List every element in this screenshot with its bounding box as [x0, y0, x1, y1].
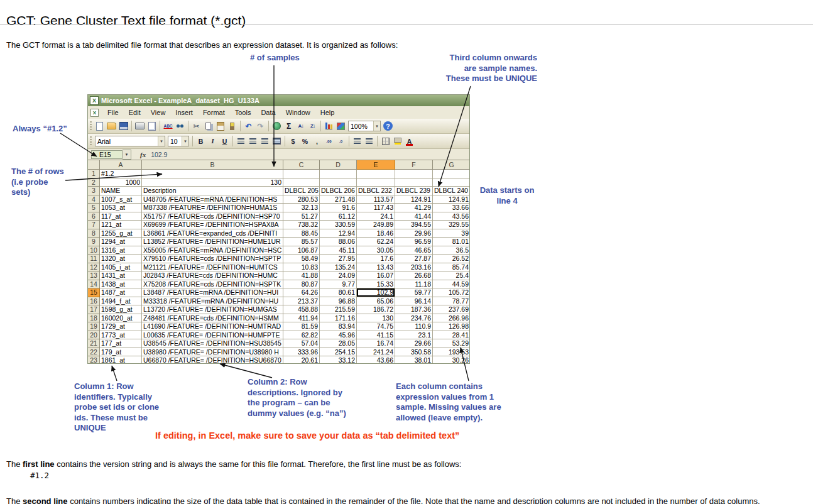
- cell-B4[interactable]: U48705 /FEATURE=mRNA /DEFINITION=HS: [142, 195, 283, 204]
- name-box-dropdown-icon[interactable]: ▼: [123, 150, 131, 160]
- cell-A2[interactable]: 1000: [100, 178, 142, 187]
- column-header-E[interactable]: E: [357, 160, 395, 170]
- cell-B8[interactable]: L36861 /FEATURE=expanded_cds /DEFINITI: [142, 229, 283, 238]
- open-folder-icon[interactable]: [106, 121, 117, 131]
- autosum-icon[interactable]: Σ: [283, 121, 294, 131]
- cell-D16[interactable]: 96.88: [320, 297, 357, 306]
- cell-F2[interactable]: [395, 178, 433, 187]
- cell-C3[interactable]: DLBCL 205: [283, 187, 320, 195]
- cell-G7[interactable]: 329.55: [433, 221, 470, 229]
- toolbar-grip[interactable]: [90, 121, 92, 131]
- cell-E1[interactable]: [357, 170, 395, 178]
- cell-G9[interactable]: 81.01: [433, 238, 470, 246]
- chart-wizard-icon[interactable]: [324, 121, 334, 131]
- cell-B3[interactable]: Description: [142, 187, 283, 195]
- cell-C20[interactable]: 62.82: [283, 331, 320, 340]
- column-header-F[interactable]: F: [395, 160, 433, 170]
- cell-B11[interactable]: X79510 /FEATURE=cds /DEFINITION=HSPTP: [142, 255, 283, 263]
- row-header-11[interactable]: 11: [88, 255, 100, 263]
- column-header-B[interactable]: B: [142, 160, 283, 170]
- cell-B2[interactable]: 130: [142, 178, 283, 187]
- cell-G20[interactable]: 28.41: [433, 331, 470, 340]
- cell-B1[interactable]: [142, 170, 283, 178]
- cell-C1[interactable]: [283, 170, 320, 178]
- cell-F9[interactable]: 96.59: [395, 238, 433, 246]
- row-header-19[interactable]: 19: [88, 322, 100, 331]
- row-header-8[interactable]: 8: [88, 229, 100, 238]
- cell-F21[interactable]: 29.66: [395, 339, 433, 348]
- cell-D12[interactable]: 135.24: [320, 263, 357, 272]
- percent-icon[interactable]: %: [300, 136, 310, 146]
- row-header-2[interactable]: 2: [88, 178, 100, 187]
- cell-A5[interactable]: 1053_at: [100, 204, 142, 212]
- fx-icon[interactable]: fx: [140, 151, 146, 158]
- cell-E6[interactable]: 24.1: [357, 212, 395, 221]
- cell-F12[interactable]: 203.16: [395, 263, 433, 272]
- row-header-4[interactable]: 4: [88, 195, 100, 204]
- cell-F3[interactable]: DLBCL 239: [395, 187, 433, 195]
- cell-D20[interactable]: 45.96: [320, 331, 357, 340]
- cell-E10[interactable]: 30.05: [357, 246, 395, 255]
- cell-E18[interactable]: 130: [357, 314, 395, 323]
- cell-E12[interactable]: 13.43: [357, 263, 395, 272]
- cell-E13[interactable]: 16.07: [357, 271, 395, 280]
- name-box[interactable]: E15: [91, 150, 123, 159]
- cell-A15[interactable]: 1487_at: [100, 288, 142, 297]
- cell-G14[interactable]: 44.59: [433, 280, 470, 289]
- cell-E11[interactable]: 17.6: [357, 255, 395, 263]
- row-header-17[interactable]: 17: [88, 305, 100, 314]
- cell-G23[interactable]: 30.26: [433, 356, 470, 364]
- cell-A19[interactable]: 1729_at: [100, 322, 142, 331]
- cell-B23[interactable]: U66870 /FEATURE= /DEFINITION=HSU66870: [142, 356, 283, 364]
- cell-A14[interactable]: 1438_at: [100, 280, 142, 289]
- row-header-6[interactable]: 6: [88, 212, 100, 221]
- menu-help[interactable]: Help: [315, 107, 340, 118]
- cell-E19[interactable]: 74.75: [357, 322, 395, 331]
- cell-D6[interactable]: 61.12: [320, 212, 357, 221]
- cell-A23[interactable]: 1861_at: [100, 356, 142, 364]
- cell-F8[interactable]: 29.96: [395, 229, 433, 238]
- cell-F1[interactable]: [395, 170, 433, 178]
- cell-D18[interactable]: 171.16: [320, 314, 357, 323]
- cell-B14[interactable]: X75208 /FEATURE=cds /DEFINITION=HSPTK: [142, 280, 283, 289]
- cell-D4[interactable]: 271.48: [320, 195, 357, 204]
- cell-F22[interactable]: 350.58: [395, 348, 433, 357]
- cell-F18[interactable]: 234.76: [395, 314, 433, 323]
- cell-C13[interactable]: 41.88: [283, 271, 320, 280]
- cell-C7[interactable]: 738.32: [283, 221, 320, 229]
- cell-D19[interactable]: 83.94: [320, 322, 357, 331]
- excel-title-bar[interactable]: X Microsoft Excel - ExampleA_dataset_HG_…: [88, 95, 469, 106]
- cell-B20[interactable]: L00635 /FEATURE= /DEFINITION=HUMFPTE: [142, 331, 283, 340]
- chevron-down-icon[interactable]: ▼: [182, 136, 188, 146]
- cell-E22[interactable]: 241.24: [357, 348, 395, 357]
- cell-A20[interactable]: 1773_at: [100, 331, 142, 340]
- cell-B15[interactable]: L38487 /FEATURE=mRNA /DEFINITION=HUI: [142, 288, 283, 297]
- cell-B5[interactable]: M87338 /FEATURE= /DEFINITION=HUMA1S: [142, 204, 283, 212]
- chevron-down-icon[interactable]: ▼: [373, 121, 380, 131]
- align-right-icon[interactable]: [259, 136, 270, 146]
- cut-icon[interactable]: ✂: [191, 121, 202, 131]
- cell-G5[interactable]: 33.66: [433, 204, 470, 212]
- spell-check-icon[interactable]: ABC: [163, 121, 173, 131]
- cell-D10[interactable]: 45.11: [320, 246, 357, 255]
- cell-C12[interactable]: 10.83: [283, 263, 320, 272]
- cell-F15[interactable]: 59.77: [395, 288, 433, 297]
- currency-icon[interactable]: $: [288, 136, 298, 146]
- cell-F19[interactable]: 110.9: [395, 322, 433, 331]
- select-all-corner[interactable]: [88, 160, 100, 170]
- cell-B12[interactable]: M21121 /FEATURE= /DEFINITION=HUMTCS: [142, 263, 283, 272]
- cell-B17[interactable]: L13720 /FEATURE= /DEFINITION=HUMGAS: [142, 305, 283, 314]
- drawing-icon[interactable]: [336, 121, 346, 131]
- row-header-10[interactable]: 10: [88, 246, 100, 255]
- cell-D8[interactable]: 12.94: [320, 229, 357, 238]
- cell-F5[interactable]: 41.29: [395, 204, 433, 212]
- increase-indent-icon[interactable]: [364, 136, 374, 146]
- copy-icon[interactable]: [203, 121, 214, 131]
- cell-A4[interactable]: 1007_s_at: [100, 195, 142, 204]
- cell-D15[interactable]: 80.61: [320, 288, 357, 297]
- row-header-3[interactable]: 3: [88, 187, 100, 195]
- cell-A7[interactable]: 121_at: [100, 221, 142, 229]
- cell-A18[interactable]: 160020_at: [100, 314, 142, 323]
- increase-decimal-icon[interactable]: .00: [324, 136, 334, 146]
- cell-C11[interactable]: 58.49: [283, 255, 320, 263]
